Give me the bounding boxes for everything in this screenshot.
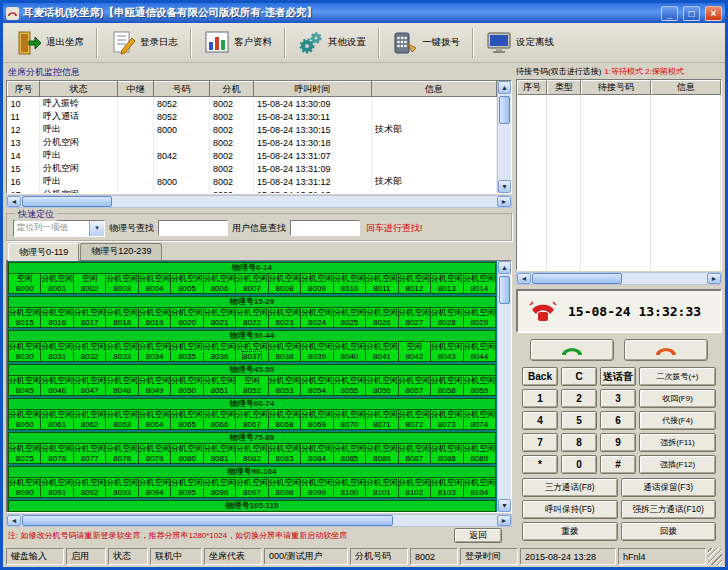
- extension-cell[interactable]: 分机空闲8012: [399, 273, 431, 294]
- extension-cell[interactable]: 分机空闲8118: [431, 511, 463, 512]
- extension-cell[interactable]: 分机空闲8099: [301, 477, 333, 498]
- extension-cell[interactable]: 分机空闲8069: [301, 409, 333, 430]
- keypad-button[interactable]: *: [522, 455, 558, 474]
- extension-cell[interactable]: 分机空闲8014: [464, 273, 496, 294]
- scroll-down-button[interactable]: ▼: [498, 499, 511, 512]
- extension-cell[interactable]: 分机空闲8068: [269, 409, 301, 430]
- scroll-up-button[interactable]: ▲: [498, 261, 511, 274]
- extension-cell[interactable]: 分机空闲8038: [269, 341, 301, 362]
- extension-cell[interactable]: 分机空闲8101: [366, 477, 398, 498]
- monitor-row[interactable]: 15分机空闲800215-08-24 13:31:09: [8, 162, 497, 175]
- extension-cell[interactable]: 分机空闲8040: [334, 341, 366, 362]
- extension-cell[interactable]: 分机空闲8015: [8, 307, 41, 328]
- monitor-horizontal-scrollbar[interactable]: ◄ ►: [6, 195, 512, 208]
- extension-cell[interactable]: 分机空闲8047: [74, 375, 106, 396]
- extension-cell[interactable]: 分机空闲8094: [139, 477, 171, 498]
- scroll-thumb[interactable]: [22, 515, 393, 526]
- scroll-right-button[interactable]: ►: [497, 515, 511, 526]
- keypad-button[interactable]: C: [561, 367, 597, 386]
- extension-cell[interactable]: 分机空闲8031: [41, 341, 73, 362]
- extension-cell[interactable]: 分机空闲8089: [464, 443, 496, 464]
- scroll-down-button[interactable]: ▼: [498, 180, 511, 193]
- monitor-row[interactable]: 13分机空闲800215-08-24 13:30:18: [8, 136, 497, 149]
- login-log-button[interactable]: 登录日志: [103, 27, 185, 59]
- extension-cell[interactable]: 分机空闲8060: [8, 409, 41, 430]
- extension-cell[interactable]: 分机空闲8001: [41, 273, 73, 294]
- monitor-column-header[interactable]: 中继: [118, 82, 154, 97]
- extension-cell[interactable]: 分机空闲8119: [464, 511, 496, 512]
- resize-grip[interactable]: [708, 548, 722, 565]
- scroll-right-button[interactable]: ►: [497, 196, 511, 207]
- extension-cell[interactable]: 分机空闲8003: [106, 273, 138, 294]
- keypad-button[interactable]: 8: [561, 433, 597, 452]
- extension-cell[interactable]: 分机空闲8024: [301, 307, 333, 328]
- extension-cell[interactable]: 分机空闲8019: [139, 307, 171, 328]
- extension-cell[interactable]: 分机空闲8009: [301, 273, 333, 294]
- waiting-horizontal-scrollbar[interactable]: ◄ ►: [516, 272, 722, 285]
- extension-cell[interactable]: 分机空闲8018: [106, 307, 138, 328]
- grid-vertical-scrollbar[interactable]: ▲ ▼: [497, 261, 511, 512]
- phone-function-button[interactable]: 重拨: [522, 522, 618, 541]
- extension-cell[interactable]: 分机空闲8105: [8, 511, 41, 512]
- scroll-right-button[interactable]: ►: [707, 273, 721, 284]
- keypad-button[interactable]: 2: [561, 389, 597, 408]
- extension-cell[interactable]: 分机空闲8082: [236, 443, 268, 464]
- extension-cell[interactable]: 分机空闲8055: [334, 375, 366, 396]
- extension-cell[interactable]: 分机空闲8084: [301, 443, 333, 464]
- grid-horizontal-scrollbar[interactable]: ◄ ►: [6, 514, 512, 527]
- monitor-column-header[interactable]: 状态: [40, 82, 118, 97]
- monitor-row[interactable]: 10呼入振铃8052800215-08-24 13:30:09: [8, 97, 497, 111]
- answer-button[interactable]: [530, 339, 614, 361]
- extension-cell[interactable]: 分机空闲8022: [236, 307, 268, 328]
- scroll-left-button[interactable]: ◄: [517, 273, 531, 284]
- physical-search-input[interactable]: [158, 220, 228, 236]
- other-settings-button[interactable]: 其他设置: [291, 27, 373, 59]
- monitor-row[interactable]: 16呼出8000800215-08-24 13:31:12技术部: [8, 175, 497, 188]
- keypad-button[interactable]: 6: [600, 411, 636, 430]
- extension-cell[interactable]: 分机空闲8050: [171, 375, 203, 396]
- extension-cell[interactable]: 分机空闲8098: [269, 477, 301, 498]
- extension-cell[interactable]: 分机空闲8005: [171, 273, 203, 294]
- keypad-button[interactable]: 5: [561, 411, 597, 430]
- user-search-input[interactable]: [290, 220, 360, 236]
- extension-cell[interactable]: 分机空闲8108: [106, 511, 138, 512]
- extension-cell[interactable]: 分机空闲8026: [366, 307, 398, 328]
- scroll-up-button[interactable]: ▲: [498, 81, 511, 94]
- extension-cell[interactable]: 分机空闲8065: [171, 409, 203, 430]
- extension-cell[interactable]: 分机空闲8027: [399, 307, 431, 328]
- extension-cell[interactable]: 分机空闲8021: [204, 307, 236, 328]
- phone-function-button[interactable]: 回拨: [621, 522, 717, 541]
- monitor-column-header[interactable]: 呼叫时间: [254, 82, 372, 97]
- keypad-button[interactable]: 强插(F12): [639, 455, 716, 474]
- monitor-row[interactable]: 11呼入通话8052800215-08-24 13:30:11: [8, 110, 497, 123]
- keypad-button[interactable]: Back: [522, 367, 558, 386]
- monitor-vertical-scrollbar[interactable]: ▲ ▼: [497, 81, 511, 193]
- extension-cell[interactable]: 分机空闲8070: [334, 409, 366, 430]
- extension-cell[interactable]: 分机空闲8034: [139, 341, 171, 362]
- extension-cell[interactable]: 分机空闲8088: [431, 443, 463, 464]
- extension-cell[interactable]: 分机空闲8041: [366, 341, 398, 362]
- extension-cell[interactable]: 分机空闲8025: [334, 307, 366, 328]
- extension-cell[interactable]: 分机空闲8053: [269, 375, 301, 396]
- waiting-column-header[interactable]: 待接号码: [581, 80, 651, 95]
- extension-cell[interactable]: 分机空闲8071: [366, 409, 398, 430]
- extension-cell[interactable]: 分机空闲8076: [41, 443, 73, 464]
- extension-cell[interactable]: 分机空闲8107: [74, 511, 106, 512]
- extension-cell[interactable]: 分机空闲8074: [464, 409, 496, 430]
- tab-物理号0-119[interactable]: 物理号0-119: [8, 243, 79, 261]
- extension-cell[interactable]: 分机空闲8090: [8, 477, 41, 498]
- waiting-column-header[interactable]: 序号: [517, 80, 547, 95]
- extension-cell[interactable]: 分机空闲8023: [269, 307, 301, 328]
- extension-cell[interactable]: 分机空闲8104: [464, 477, 496, 498]
- extension-cell[interactable]: 分机空闲8051: [204, 375, 236, 396]
- back-button[interactable]: 返回: [454, 528, 502, 543]
- extension-cell[interactable]: 分机空闲8004: [139, 273, 171, 294]
- waiting-table[interactable]: 序号类型待接号码信息: [516, 79, 722, 271]
- extension-cell[interactable]: 分机空闲8046: [41, 375, 73, 396]
- extension-cell[interactable]: 分机空闲8056: [366, 375, 398, 396]
- extension-cell[interactable]: 分机空闲8111: [204, 511, 236, 512]
- extension-cell[interactable]: 分机空闲8049: [139, 375, 171, 396]
- extension-cell[interactable]: 分机空闲8106: [41, 511, 73, 512]
- set-offline-button[interactable]: 设定离线: [479, 27, 561, 59]
- extension-cell[interactable]: 分机空闲8036: [204, 341, 236, 362]
